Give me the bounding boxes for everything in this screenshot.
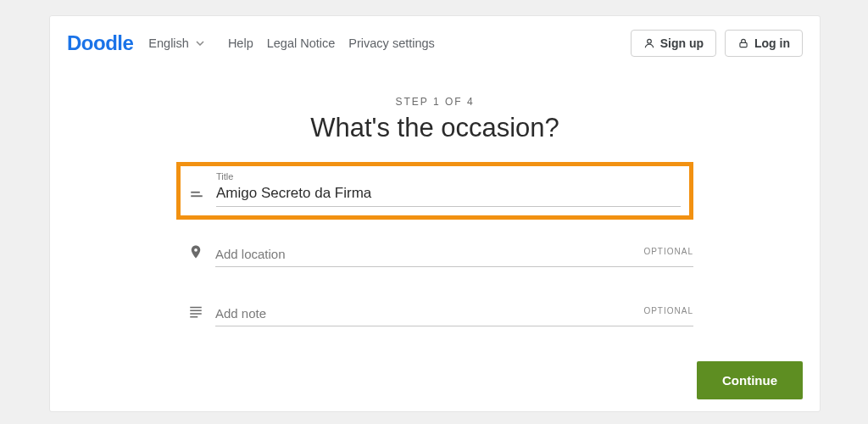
location-pin-icon xyxy=(188,244,203,259)
svg-point-0 xyxy=(647,39,651,43)
location-input[interactable] xyxy=(215,242,693,267)
lock-icon xyxy=(737,37,749,49)
location-field-row: OPTIONAL xyxy=(176,242,693,267)
note-input[interactable] xyxy=(215,301,693,326)
step-indicator: STEP 1 OF 4 xyxy=(50,96,820,108)
continue-button[interactable]: Continue xyxy=(697,361,803,399)
poll-form: Title OPTIONAL OPTIONAL xyxy=(176,162,693,326)
title-field-row: Title xyxy=(189,171,681,207)
header-bar: Doodle English Help Legal Notice Privacy… xyxy=(50,16,820,74)
note-input-wrap: OPTIONAL xyxy=(215,301,693,326)
svg-rect-1 xyxy=(740,42,747,47)
location-input-wrap: OPTIONAL xyxy=(215,242,693,267)
nav-links: Help Legal Notice Privacy settings xyxy=(228,36,435,50)
title-field-body: Title xyxy=(216,171,681,207)
page-title: What's the occasion? xyxy=(50,113,820,143)
nav-help[interactable]: Help xyxy=(228,36,253,50)
logo[interactable]: Doodle xyxy=(67,31,133,55)
login-button[interactable]: Log in xyxy=(725,30,803,57)
chevron-down-icon xyxy=(196,41,204,46)
title-field-label: Title xyxy=(216,171,681,181)
user-icon xyxy=(643,37,655,49)
signup-button[interactable]: Sign up xyxy=(631,30,716,57)
nav-legal-notice[interactable]: Legal Notice xyxy=(267,36,336,50)
note-optional-tag: OPTIONAL xyxy=(643,306,693,315)
main-content: STEP 1 OF 4 What's the occasion? Title xyxy=(50,74,820,326)
signup-label: Sign up xyxy=(660,36,704,50)
app-window: Doodle English Help Legal Notice Privacy… xyxy=(49,15,821,412)
title-input[interactable] xyxy=(216,183,681,207)
language-label: English xyxy=(148,36,189,50)
language-selector[interactable]: English xyxy=(148,36,204,50)
header-actions: Sign up Log in xyxy=(631,30,803,57)
location-optional-tag: OPTIONAL xyxy=(643,247,693,256)
svg-point-4 xyxy=(194,248,198,252)
note-lines-icon xyxy=(188,304,203,319)
nav-privacy-settings[interactable]: Privacy settings xyxy=(348,36,435,50)
login-label: Log in xyxy=(754,36,790,50)
title-icon xyxy=(189,187,204,202)
title-field-highlight: Title xyxy=(176,162,693,220)
note-field-row: OPTIONAL xyxy=(176,301,693,326)
